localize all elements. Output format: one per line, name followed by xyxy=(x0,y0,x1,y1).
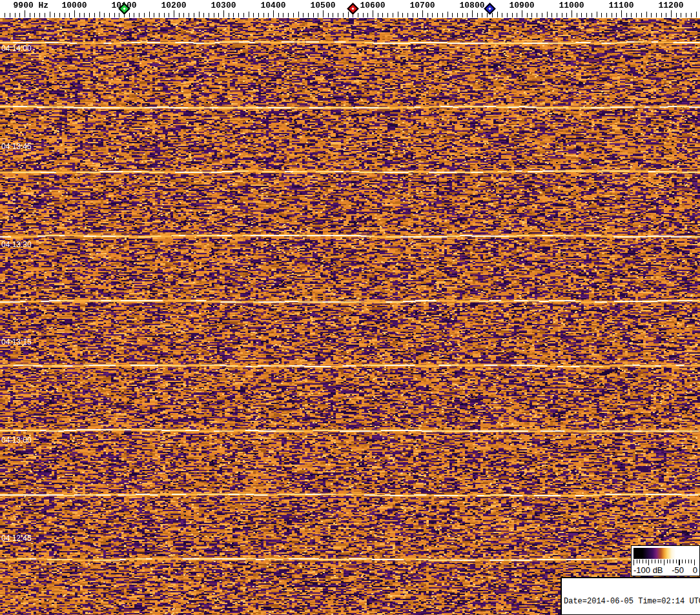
freq-tick-label: 11100 xyxy=(608,1,633,10)
freq-tick-label: 11200 xyxy=(658,1,683,10)
time-axis-label: 04:13:30 xyxy=(1,240,32,249)
color-gradient-bar xyxy=(633,548,697,559)
freq-tick-label: 10200 xyxy=(161,1,186,10)
marker-center-dot xyxy=(352,7,355,10)
marker-center-dot xyxy=(488,7,491,10)
freq-tick-label: 9900 Hz xyxy=(14,1,49,10)
freq-tick-label: 10400 xyxy=(260,1,285,10)
signal-strength-scale: -100 dB -50 0 xyxy=(631,545,700,576)
time-axis-label: 04:14:00 xyxy=(1,44,32,53)
info-date-time: Date=2014-06-05 Time=02:14 UTC xyxy=(564,597,700,606)
scale-label-min: -100 dB xyxy=(633,565,663,575)
freq-tick-label: 10000 xyxy=(61,1,87,10)
observation-info-box: Date=2014-06-05 Time=02:14 UTC Freq=143 … xyxy=(561,577,700,615)
time-axis-label: 04:13:00 xyxy=(1,436,32,445)
freq-tick-label: 11000 xyxy=(559,1,584,10)
spectrogram-app-window: 9900 Hz100001010010200103001040010500106… xyxy=(0,0,700,615)
freq-tick-label: 10700 xyxy=(409,1,435,10)
freq-tick-label: 10500 xyxy=(310,1,335,10)
scale-label-max: 0 xyxy=(693,565,697,575)
scale-labels: -100 dB -50 0 xyxy=(633,565,697,575)
freq-tick-label: 10800 xyxy=(459,1,484,10)
freq-tick-label: 10300 xyxy=(211,1,236,10)
time-axis-label: 04:12:45 xyxy=(1,534,32,543)
time-axis-label: 04:13:45 xyxy=(1,142,32,151)
freq-tick-label: 10900 xyxy=(509,1,534,10)
marker-center-dot xyxy=(123,7,125,10)
waterfall-spectrogram-canvas[interactable] xyxy=(0,18,700,615)
time-axis-label: 04:13:15 xyxy=(1,338,32,347)
scale-label-mid: -50 xyxy=(672,565,684,575)
frequency-ruler[interactable]: 9900 Hz100001010010200103001040010500106… xyxy=(0,0,700,18)
freq-tick-label: 10600 xyxy=(360,1,385,10)
